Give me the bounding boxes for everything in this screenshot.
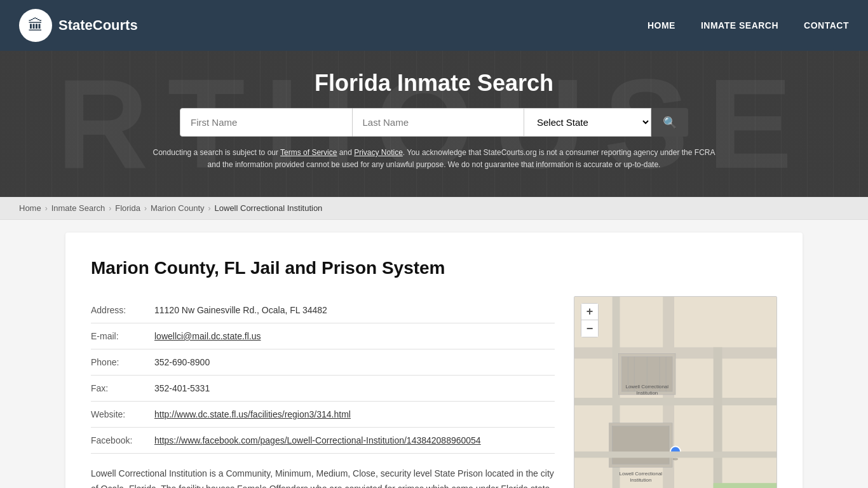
logo-text: StateCourts: [58, 17, 138, 34]
terms-link[interactable]: Terms of Service: [280, 148, 337, 157]
svg-rect-21: [574, 452, 776, 458]
phone-label: Phone:: [91, 349, 154, 376]
svg-rect-3: [574, 398, 776, 405]
breadcrumb-sep-3: ›: [144, 204, 147, 213]
svg-text:Lowell Correctional: Lowell Correctional: [620, 471, 663, 477]
search-button[interactable]: 🔍: [651, 108, 688, 137]
website-value: http://www.dc.state.fl.us/facilities/reg…: [154, 402, 555, 428]
zoom-in-button[interactable]: +: [581, 304, 598, 320]
facility-title: Marion County, FL Jail and Prison System: [91, 258, 555, 278]
main-nav: HOME INMATE SEARCH CONTACT: [648, 20, 849, 30]
breadcrumb-home[interactable]: Home: [19, 203, 41, 213]
facility-description: Lowell Correctional Institution is a Com…: [91, 466, 555, 488]
facebook-link[interactable]: https://www.facebook.com/pages/Lowell-Co…: [154, 435, 481, 445]
main-wrapper: Marion County, FL Jail and Prison System…: [0, 220, 868, 488]
nav-home[interactable]: HOME: [648, 20, 675, 30]
info-table: Address: 11120 Nw Gainesville Rd., Ocala…: [91, 297, 555, 454]
map-svg: Lowell Correctional Institution Lowell C…: [574, 297, 776, 488]
breadcrumb: Home › Inmate Search › Florida › Marion …: [0, 197, 868, 220]
fax-value: 352-401-5331: [154, 376, 555, 402]
site-header: 🏛 StateCourts HOME INMATE SEARCH CONTACT: [0, 0, 868, 51]
nav-contact[interactable]: CONTACT: [804, 20, 849, 30]
nav-inmate-search[interactable]: INMATE SEARCH: [701, 20, 778, 30]
website-link[interactable]: http://www.dc.state.fl.us/facilities/reg…: [154, 409, 351, 419]
hero-disclaimer: Conducting a search is subject to our Te…: [148, 147, 720, 171]
breadcrumb-inmate-search[interactable]: Inmate Search: [51, 203, 105, 213]
svg-rect-5: [714, 348, 722, 488]
svg-rect-14: [613, 426, 669, 464]
breadcrumb-current: Lowell Correctional Institution: [215, 203, 323, 213]
search-bar: Select State Alabama Alaska Arizona Flor…: [180, 108, 688, 137]
facebook-row: Facebook: https://www.facebook.com/pages…: [91, 428, 555, 454]
breadcrumb-sep-1: ›: [45, 204, 48, 213]
email-label: E-mail:: [91, 323, 154, 349]
svg-rect-22: [714, 483, 776, 488]
breadcrumb-marion-county[interactable]: Marion County: [151, 203, 205, 213]
content-left: Marion County, FL Jail and Prison System…: [91, 258, 555, 488]
email-value: lowellci@mail.dc.state.fl.us: [154, 323, 555, 349]
zoom-out-button[interactable]: −: [581, 320, 598, 337]
content-card: Marion County, FL Jail and Prison System…: [65, 233, 803, 488]
logo-link[interactable]: 🏛 StateCourts: [19, 9, 138, 42]
website-label: Website:: [91, 402, 154, 428]
last-name-input[interactable]: [353, 108, 525, 137]
hero-section: RTHOUSE Florida Inmate Search Select Sta…: [0, 51, 868, 197]
fax-row: Fax: 352-401-5331: [91, 376, 555, 402]
privacy-link[interactable]: Privacy Notice: [354, 148, 403, 157]
first-name-input[interactable]: [180, 108, 353, 137]
breadcrumb-sep-2: ›: [109, 204, 111, 213]
address-value: 11120 Nw Gainesville Rd., Ocala, FL 3448…: [154, 297, 555, 323]
map-zoom-controls: + −: [581, 303, 599, 337]
svg-text:Lowell Correctional: Lowell Correctional: [626, 384, 669, 390]
website-row: Website: http://www.dc.state.fl.us/facil…: [91, 402, 555, 428]
breadcrumb-sep-4: ›: [208, 204, 211, 213]
hero-title: Florida Inmate Search: [315, 70, 553, 97]
fax-label: Fax:: [91, 376, 154, 402]
email-row: E-mail: lowellci@mail.dc.state.fl.us: [91, 323, 555, 349]
address-row: Address: 11120 Nw Gainesville Rd., Ocala…: [91, 297, 555, 323]
svg-point-18: [673, 458, 678, 460]
address-label: Address:: [91, 297, 154, 323]
map-container: + −: [574, 296, 777, 488]
facebook-label: Facebook:: [91, 428, 154, 454]
phone-value: 352-690-8900: [154, 349, 555, 376]
email-link[interactable]: lowellci@mail.dc.state.fl.us: [154, 331, 261, 341]
breadcrumb-florida[interactable]: Florida: [115, 203, 140, 213]
logo-icon: 🏛: [19, 9, 52, 42]
state-select[interactable]: Select State Alabama Alaska Arizona Flor…: [524, 108, 651, 137]
facebook-value: https://www.facebook.com/pages/Lowell-Co…: [154, 428, 555, 454]
phone-row: Phone: 352-690-8900: [91, 349, 555, 376]
svg-text:Institution: Institution: [630, 477, 651, 483]
svg-text:Institution: Institution: [636, 390, 658, 396]
map-box: + −: [574, 296, 777, 488]
